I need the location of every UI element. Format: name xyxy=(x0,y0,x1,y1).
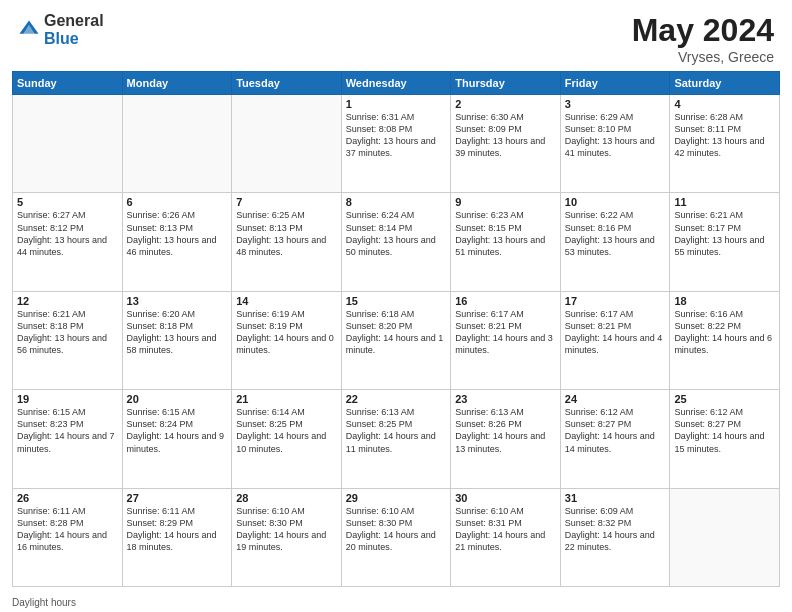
calendar-cell: 4Sunrise: 6:28 AMSunset: 8:11 PMDaylight… xyxy=(670,95,780,193)
day-number: 16 xyxy=(455,295,556,307)
title-block: May 2024 Vryses, Greece xyxy=(632,12,774,65)
day-number: 24 xyxy=(565,393,666,405)
calendar-cell: 28Sunrise: 6:10 AMSunset: 8:30 PMDayligh… xyxy=(232,488,342,586)
calendar-cell: 19Sunrise: 6:15 AMSunset: 8:23 PMDayligh… xyxy=(13,390,123,488)
calendar-cell: 20Sunrise: 6:15 AMSunset: 8:24 PMDayligh… xyxy=(122,390,232,488)
calendar-cell: 24Sunrise: 6:12 AMSunset: 8:27 PMDayligh… xyxy=(560,390,670,488)
calendar-cell: 14Sunrise: 6:19 AMSunset: 8:19 PMDayligh… xyxy=(232,291,342,389)
day-number: 2 xyxy=(455,98,556,110)
calendar-cell: 17Sunrise: 6:17 AMSunset: 8:21 PMDayligh… xyxy=(560,291,670,389)
footer-note: Daylight hours xyxy=(0,595,792,612)
day-info: Sunrise: 6:09 AMSunset: 8:32 PMDaylight:… xyxy=(565,505,666,554)
day-number: 28 xyxy=(236,492,337,504)
day-info: Sunrise: 6:16 AMSunset: 8:22 PMDaylight:… xyxy=(674,308,775,357)
day-number: 25 xyxy=(674,393,775,405)
day-info: Sunrise: 6:10 AMSunset: 8:30 PMDaylight:… xyxy=(346,505,447,554)
day-info: Sunrise: 6:18 AMSunset: 8:20 PMDaylight:… xyxy=(346,308,447,357)
calendar-cell: 1Sunrise: 6:31 AMSunset: 8:08 PMDaylight… xyxy=(341,95,451,193)
day-number: 12 xyxy=(17,295,118,307)
day-info: Sunrise: 6:13 AMSunset: 8:25 PMDaylight:… xyxy=(346,406,447,455)
calendar-cell xyxy=(232,95,342,193)
day-info: Sunrise: 6:29 AMSunset: 8:10 PMDaylight:… xyxy=(565,111,666,160)
day-number: 5 xyxy=(17,196,118,208)
week-row-1: 1Sunrise: 6:31 AMSunset: 8:08 PMDaylight… xyxy=(13,95,780,193)
weekday-header-monday: Monday xyxy=(122,72,232,95)
day-info: Sunrise: 6:10 AMSunset: 8:30 PMDaylight:… xyxy=(236,505,337,554)
day-info: Sunrise: 6:12 AMSunset: 8:27 PMDaylight:… xyxy=(674,406,775,455)
week-row-2: 5Sunrise: 6:27 AMSunset: 8:12 PMDaylight… xyxy=(13,193,780,291)
calendar-cell: 10Sunrise: 6:22 AMSunset: 8:16 PMDayligh… xyxy=(560,193,670,291)
weekday-header-tuesday: Tuesday xyxy=(232,72,342,95)
calendar-cell: 30Sunrise: 6:10 AMSunset: 8:31 PMDayligh… xyxy=(451,488,561,586)
day-info: Sunrise: 6:25 AMSunset: 8:13 PMDaylight:… xyxy=(236,209,337,258)
week-row-5: 26Sunrise: 6:11 AMSunset: 8:28 PMDayligh… xyxy=(13,488,780,586)
day-info: Sunrise: 6:24 AMSunset: 8:14 PMDaylight:… xyxy=(346,209,447,258)
day-number: 15 xyxy=(346,295,447,307)
day-info: Sunrise: 6:28 AMSunset: 8:11 PMDaylight:… xyxy=(674,111,775,160)
day-number: 7 xyxy=(236,196,337,208)
day-number: 13 xyxy=(127,295,228,307)
calendar-cell xyxy=(122,95,232,193)
day-number: 1 xyxy=(346,98,447,110)
calendar-cell xyxy=(670,488,780,586)
day-info: Sunrise: 6:21 AMSunset: 8:17 PMDaylight:… xyxy=(674,209,775,258)
calendar-cell: 25Sunrise: 6:12 AMSunset: 8:27 PMDayligh… xyxy=(670,390,780,488)
day-number: 10 xyxy=(565,196,666,208)
day-number: 22 xyxy=(346,393,447,405)
day-info: Sunrise: 6:12 AMSunset: 8:27 PMDaylight:… xyxy=(565,406,666,455)
day-number: 19 xyxy=(17,393,118,405)
day-number: 14 xyxy=(236,295,337,307)
day-info: Sunrise: 6:23 AMSunset: 8:15 PMDaylight:… xyxy=(455,209,556,258)
calendar-cell: 26Sunrise: 6:11 AMSunset: 8:28 PMDayligh… xyxy=(13,488,123,586)
page: General Blue May 2024 Vryses, Greece Sun… xyxy=(0,0,792,612)
day-info: Sunrise: 6:20 AMSunset: 8:18 PMDaylight:… xyxy=(127,308,228,357)
day-number: 3 xyxy=(565,98,666,110)
week-row-4: 19Sunrise: 6:15 AMSunset: 8:23 PMDayligh… xyxy=(13,390,780,488)
day-info: Sunrise: 6:27 AMSunset: 8:12 PMDaylight:… xyxy=(17,209,118,258)
calendar-cell xyxy=(13,95,123,193)
weekday-header-sunday: Sunday xyxy=(13,72,123,95)
week-row-3: 12Sunrise: 6:21 AMSunset: 8:18 PMDayligh… xyxy=(13,291,780,389)
day-number: 29 xyxy=(346,492,447,504)
day-number: 17 xyxy=(565,295,666,307)
day-number: 26 xyxy=(17,492,118,504)
day-info: Sunrise: 6:26 AMSunset: 8:13 PMDaylight:… xyxy=(127,209,228,258)
day-number: 31 xyxy=(565,492,666,504)
day-number: 20 xyxy=(127,393,228,405)
month-title: May 2024 xyxy=(632,12,774,49)
calendar: SundayMondayTuesdayWednesdayThursdayFrid… xyxy=(0,71,792,595)
day-number: 9 xyxy=(455,196,556,208)
day-info: Sunrise: 6:21 AMSunset: 8:18 PMDaylight:… xyxy=(17,308,118,357)
calendar-cell: 3Sunrise: 6:29 AMSunset: 8:10 PMDaylight… xyxy=(560,95,670,193)
day-number: 8 xyxy=(346,196,447,208)
day-info: Sunrise: 6:11 AMSunset: 8:29 PMDaylight:… xyxy=(127,505,228,554)
location: Vryses, Greece xyxy=(632,49,774,65)
calendar-table: SundayMondayTuesdayWednesdayThursdayFrid… xyxy=(12,71,780,587)
day-info: Sunrise: 6:22 AMSunset: 8:16 PMDaylight:… xyxy=(565,209,666,258)
calendar-cell: 2Sunrise: 6:30 AMSunset: 8:09 PMDaylight… xyxy=(451,95,561,193)
day-info: Sunrise: 6:15 AMSunset: 8:24 PMDaylight:… xyxy=(127,406,228,455)
day-number: 18 xyxy=(674,295,775,307)
day-number: 23 xyxy=(455,393,556,405)
calendar-cell: 29Sunrise: 6:10 AMSunset: 8:30 PMDayligh… xyxy=(341,488,451,586)
day-info: Sunrise: 6:11 AMSunset: 8:28 PMDaylight:… xyxy=(17,505,118,554)
calendar-cell: 18Sunrise: 6:16 AMSunset: 8:22 PMDayligh… xyxy=(670,291,780,389)
calendar-cell: 15Sunrise: 6:18 AMSunset: 8:20 PMDayligh… xyxy=(341,291,451,389)
logo: General Blue xyxy=(18,12,104,47)
calendar-cell: 9Sunrise: 6:23 AMSunset: 8:15 PMDaylight… xyxy=(451,193,561,291)
day-info: Sunrise: 6:15 AMSunset: 8:23 PMDaylight:… xyxy=(17,406,118,455)
logo-blue-text: Blue xyxy=(44,30,79,47)
day-number: 27 xyxy=(127,492,228,504)
calendar-cell: 21Sunrise: 6:14 AMSunset: 8:25 PMDayligh… xyxy=(232,390,342,488)
calendar-cell: 12Sunrise: 6:21 AMSunset: 8:18 PMDayligh… xyxy=(13,291,123,389)
weekday-header-row: SundayMondayTuesdayWednesdayThursdayFrid… xyxy=(13,72,780,95)
logo-general-text: General xyxy=(44,12,104,29)
calendar-cell: 5Sunrise: 6:27 AMSunset: 8:12 PMDaylight… xyxy=(13,193,123,291)
calendar-cell: 11Sunrise: 6:21 AMSunset: 8:17 PMDayligh… xyxy=(670,193,780,291)
calendar-cell: 7Sunrise: 6:25 AMSunset: 8:13 PMDaylight… xyxy=(232,193,342,291)
calendar-cell: 8Sunrise: 6:24 AMSunset: 8:14 PMDaylight… xyxy=(341,193,451,291)
header: General Blue May 2024 Vryses, Greece xyxy=(0,0,792,71)
day-info: Sunrise: 6:10 AMSunset: 8:31 PMDaylight:… xyxy=(455,505,556,554)
calendar-cell: 16Sunrise: 6:17 AMSunset: 8:21 PMDayligh… xyxy=(451,291,561,389)
calendar-cell: 13Sunrise: 6:20 AMSunset: 8:18 PMDayligh… xyxy=(122,291,232,389)
